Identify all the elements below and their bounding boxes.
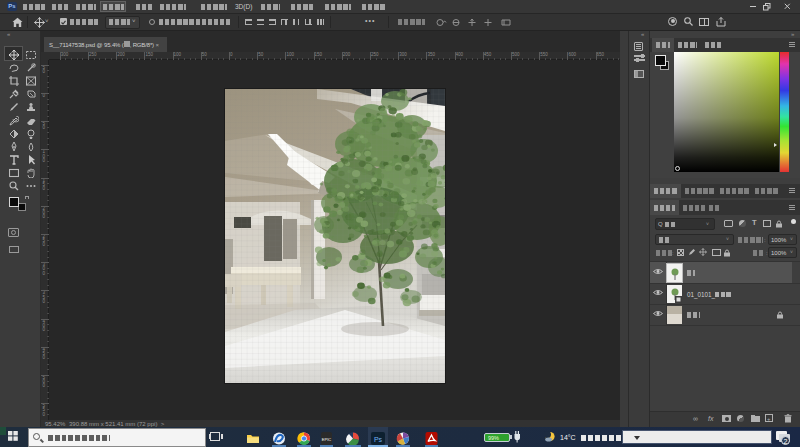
svg-text:EPIC: EPIC [322, 437, 331, 442]
svg-text:Ps: Ps [374, 436, 383, 443]
